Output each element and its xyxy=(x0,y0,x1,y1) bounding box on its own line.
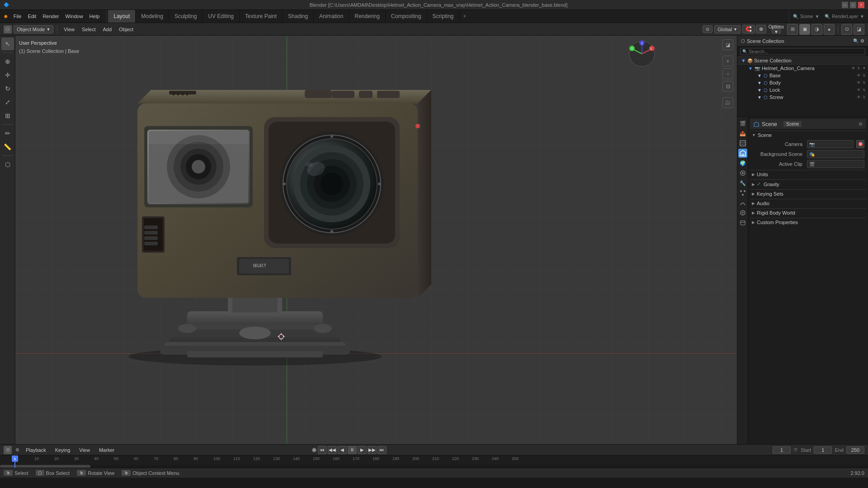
playback-menu[interactable]: Playback xyxy=(23,446,49,454)
props-tab-object[interactable] xyxy=(738,169,747,178)
timeline-options-button[interactable]: ⚙ xyxy=(15,447,19,452)
minimize-button[interactable]: ─ xyxy=(842,2,848,8)
object-menu[interactable]: Object xyxy=(116,26,136,33)
viewport-shading-render[interactable]: ● xyxy=(824,24,835,35)
scene-name-field[interactable]: Scene xyxy=(783,121,802,127)
annotate-tool[interactable]: ✏ xyxy=(1,127,14,140)
menu-window[interactable]: Window xyxy=(62,13,85,20)
close-button[interactable]: × xyxy=(858,2,864,8)
tab-animation[interactable]: Animation xyxy=(314,10,349,23)
camera-view[interactable]: 🎥 xyxy=(722,97,733,108)
outliner-item-lock[interactable]: ▼ ⬡ Lock 👁 🖱 xyxy=(737,86,868,94)
rigid-body-world-section-header[interactable]: ▶ Rigid Body World xyxy=(750,209,866,217)
tab-shading[interactable]: Shading xyxy=(283,10,314,23)
props-tab-render[interactable]: 🎬 xyxy=(738,119,747,128)
xray-toggle[interactable]: ◪ xyxy=(854,24,864,35)
editor-type-button[interactable]: ⬡ xyxy=(4,25,12,33)
frame-prev[interactable]: ◀ xyxy=(338,446,347,454)
camera-value[interactable]: 📷 xyxy=(807,140,854,148)
timeline-scrollbar-track[interactable] xyxy=(0,465,868,468)
menu-help[interactable]: Help xyxy=(87,13,103,20)
transform-tool[interactable]: ⊞ xyxy=(1,109,14,122)
props-tab-scene[interactable] xyxy=(738,149,747,158)
menu-file[interactable]: File xyxy=(11,13,24,20)
end-frame-input[interactable] xyxy=(846,446,864,454)
zoom-out[interactable]: − xyxy=(722,68,733,79)
select-menu[interactable]: Select xyxy=(79,26,99,33)
outliner-options[interactable]: ⚙ xyxy=(860,38,864,43)
outliner-item-base[interactable]: ▼ ⬡ Base 👁 🖱 xyxy=(737,72,868,79)
start-frame-input[interactable] xyxy=(814,446,832,454)
tab-scripting[interactable]: Scripting xyxy=(427,10,460,23)
props-tab-output[interactable]: 📤 xyxy=(738,129,747,138)
current-frame-input[interactable] xyxy=(773,446,791,454)
fps-display[interactable]: ⏱ xyxy=(793,447,798,452)
proportional-edit[interactable]: ⊕ xyxy=(756,25,766,33)
object-mode-dropdown[interactable]: Object Mode ▼ xyxy=(14,25,53,33)
outliner-filter[interactable]: 🔍 xyxy=(853,38,859,43)
tab-layout[interactable]: Layout xyxy=(108,10,136,23)
measure-tool[interactable]: 📏 xyxy=(1,141,14,153)
scale-tool[interactable]: ⤢ xyxy=(1,96,14,108)
tab-uv-editing[interactable]: UV Editing xyxy=(203,10,240,23)
transform-orientation-dropdown[interactable]: Global ▼ xyxy=(714,25,741,33)
move-tool[interactable]: ✛ xyxy=(1,69,14,81)
jump-to-start[interactable]: ⏮ xyxy=(318,446,327,454)
fit-view[interactable]: ⊡ xyxy=(722,81,733,92)
toggle-xray[interactable]: ◪ xyxy=(722,39,733,50)
outliner-search[interactable]: 🔍 xyxy=(740,48,865,55)
props-tab-physics[interactable] xyxy=(738,198,747,207)
props-tab-view-layer[interactable] xyxy=(738,139,747,148)
play-stop[interactable]: ⏸ xyxy=(348,446,357,454)
props-tab-constraints[interactable] xyxy=(738,208,747,217)
camera-select-button[interactable]: 🎯 xyxy=(856,140,864,148)
background-scene-value[interactable]: 🎭 xyxy=(807,150,864,158)
props-tab-particles[interactable] xyxy=(738,188,747,197)
overlay-toggle[interactable]: ⊙ xyxy=(841,24,852,35)
props-tab-world[interactable]: 🌍 xyxy=(738,159,747,168)
tab-modeling[interactable]: Modeling xyxy=(136,10,169,23)
transform-pivot-dropdown[interactable]: ⊙ xyxy=(703,25,712,33)
tab-sculpting[interactable]: Sculpting xyxy=(169,10,203,23)
tab-rendering[interactable]: Rendering xyxy=(349,10,385,23)
outliner-search-input[interactable] xyxy=(749,49,863,54)
viewport-shading-solid[interactable]: ◼ xyxy=(799,24,810,35)
outliner-item-camera[interactable]: ▼ 📷 Helmet_Action_Camera 👁 🖱 ▼ xyxy=(737,65,868,72)
frame-prev-keyframe[interactable]: ◀◀ xyxy=(328,446,337,454)
rotate-tool[interactable]: ↻ xyxy=(1,82,14,95)
cursor-tool[interactable]: ⊕ xyxy=(1,55,14,68)
viewport-shading-wire[interactable]: ⊞ xyxy=(787,24,798,35)
view-menu[interactable]: View xyxy=(61,26,77,33)
gravity-section-header[interactable]: ▶ ✓ Gravity xyxy=(750,180,866,188)
marker-menu[interactable]: Marker xyxy=(96,446,117,454)
tab-texture-paint[interactable]: Texture Paint xyxy=(240,10,283,23)
scene-section-header[interactable]: ▼ Scene xyxy=(750,131,866,139)
props-tab-data[interactable] xyxy=(738,218,747,227)
add-tab-button[interactable]: + xyxy=(459,10,470,23)
keying-sets-section-header[interactable]: ▶ Keying Sets xyxy=(750,190,866,198)
audio-section-header[interactable]: ▶ Audio xyxy=(750,199,866,207)
outliner-item-screw[interactable]: ▼ ⬡ Screw 👁 🖱 xyxy=(737,94,868,101)
props-tab-modifier[interactable]: 🔧 xyxy=(738,178,747,188)
3d-viewport[interactable]: SELECT xyxy=(15,36,737,444)
viewport-shading-material[interactable]: ◑ xyxy=(811,24,822,35)
custom-properties-section-header[interactable]: ▶ Custom Properties xyxy=(750,218,866,226)
scene-props-options[interactable]: ⚙ xyxy=(859,122,863,127)
timeline-ruler[interactable]: 1 1 10 20 30 40 50 60 70 80 90 100 110 1… xyxy=(0,455,868,468)
select-tool[interactable]: ↖ xyxy=(1,38,14,50)
maximize-button[interactable]: □ xyxy=(850,2,856,8)
snap-toggle[interactable]: 🧲 xyxy=(742,25,755,33)
tab-compositing[interactable]: Compositing xyxy=(386,10,427,23)
window-controls[interactable]: ─ □ × xyxy=(842,2,864,8)
frame-next-keyframe[interactable]: ▶▶ xyxy=(368,446,377,454)
play-forward[interactable]: ▶ xyxy=(358,446,367,454)
view-menu-timeline[interactable]: View xyxy=(76,446,93,454)
options-button[interactable]: Options ▼ xyxy=(772,25,781,33)
keying-menu[interactable]: Keying xyxy=(52,446,73,454)
add-menu[interactable]: Add xyxy=(100,26,115,33)
add-cube-tool[interactable]: ⬡ xyxy=(1,158,14,171)
jump-to-end[interactable]: ⏭ xyxy=(377,446,387,454)
active-clip-value[interactable]: 🎬 xyxy=(807,160,864,168)
timeline-editor-type[interactable]: ⏱ xyxy=(4,446,12,454)
zoom-in[interactable]: + xyxy=(722,56,733,66)
